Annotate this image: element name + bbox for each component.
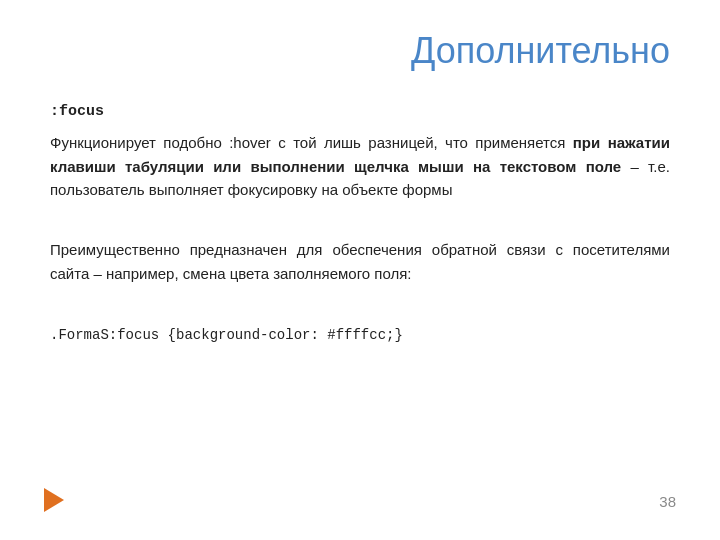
focus-label: :focus <box>50 100 670 123</box>
navigation-arrow-icon[interactable] <box>44 488 64 512</box>
code-block: .FormaS:focus {background-color: #ffffcc… <box>50 327 403 343</box>
slide-content: :focus Функционирует подобно :hover с то… <box>50 100 670 347</box>
paragraph-1: Функционирует подобно :hover с той лишь … <box>50 131 670 201</box>
page-number: 38 <box>659 493 676 510</box>
paragraph-2: Преимущественно предназначен для обеспеч… <box>50 215 670 285</box>
paragraph-3: .FormaS:focus {background-color: #ffffcc… <box>50 299 670 347</box>
slide-title: Дополнительно <box>50 30 670 72</box>
slide: Дополнительно :focus Функционирует подоб… <box>0 0 720 540</box>
paragraph-1-plain: Функционирует подобно :hover с той лишь … <box>50 134 573 151</box>
paragraph-2-text: Преимущественно предназначен для обеспеч… <box>50 241 670 281</box>
